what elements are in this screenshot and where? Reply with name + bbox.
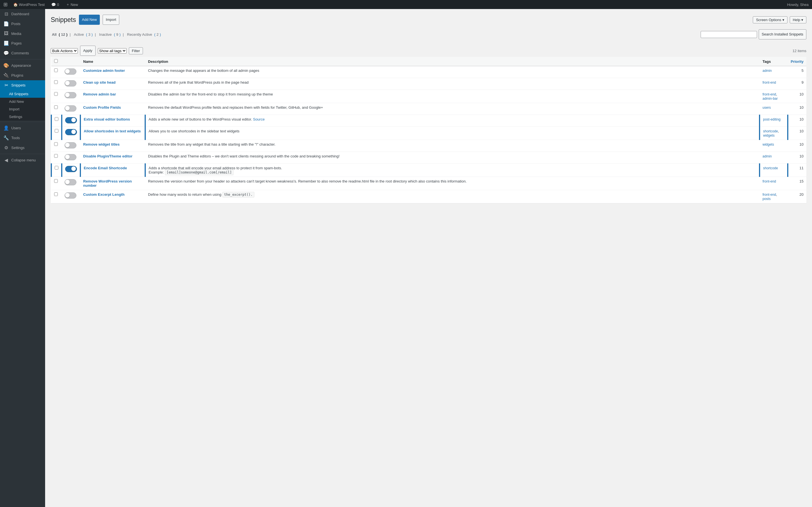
tags-filter-select[interactable]: Show all tags <box>98 48 126 54</box>
tag-link[interactable]: front-end <box>762 80 776 84</box>
adminbar-comments[interactable]: 💬 0 <box>49 0 61 9</box>
submenu-label: Add New <box>9 100 24 104</box>
row-checkbox[interactable] <box>54 92 58 96</box>
sidebar-item-tools[interactable]: 🔧 Tools <box>0 133 45 143</box>
snippet-name-link[interactable]: Encode Email Shortcode <box>84 166 127 170</box>
snippet-name-link[interactable]: Remove widget titles <box>83 142 119 147</box>
snippet-name-link[interactable]: Customize admin footer <box>83 68 125 73</box>
snippet-toggle[interactable] <box>64 179 77 185</box>
snippet-toggle[interactable] <box>64 80 77 87</box>
row-toggle-cell <box>62 127 80 140</box>
row-checkbox[interactable] <box>54 142 58 146</box>
snippet-name-link[interactable]: Custom Excerpt Length <box>83 192 124 196</box>
sidebar-item-dashboard[interactable]: ⊟ Dashboard <box>0 9 45 19</box>
screen-options-button[interactable]: Screen Options ▾ <box>753 16 787 23</box>
search-button[interactable]: Search Installed Snippets <box>759 29 806 40</box>
sidebar-item-plugins[interactable]: 🔌 Plugins <box>0 70 45 80</box>
sidebar-item-snippets[interactable]: ✂ Snippets <box>0 80 45 90</box>
snippet-toggle[interactable] <box>65 129 77 135</box>
help-button[interactable]: Help ▾ <box>790 16 806 23</box>
tag-link[interactable]: shortcode <box>763 166 778 170</box>
snippet-name-link[interactable]: Allow shortcodes in text widgets <box>84 129 141 133</box>
appearance-icon: 🎨 <box>3 63 9 68</box>
sidebar-item-settings[interactable]: ⚙ Settings <box>0 143 45 153</box>
snippet-toggle[interactable] <box>64 105 77 112</box>
collapse-label: Collapse menu <box>11 158 36 162</box>
row-priority-cell: 10 <box>788 140 806 152</box>
bulk-actions-select[interactable]: Bulk Actions <box>51 48 78 54</box>
source-link[interactable]: Source <box>253 117 264 121</box>
collapse-menu-button[interactable]: ◀ Collapse menu <box>0 155 45 165</box>
row-checkbox[interactable] <box>54 105 58 109</box>
tag-link[interactable]: widgets <box>762 143 774 147</box>
row-description-cell: Removes the title from any widget that h… <box>145 140 760 152</box>
snippet-name-link[interactable]: Custom Profile Fields <box>83 105 121 110</box>
row-name-cell: Remove widget titlesEdit | Clone | Expor… <box>80 140 145 152</box>
adminbar-site-name[interactable]: 🏠 WordPress Test <box>11 0 47 9</box>
row-checkbox[interactable] <box>54 80 58 84</box>
snippet-name-link[interactable]: Clean up site head <box>83 80 116 84</box>
tag-link[interactable]: admin <box>762 154 772 158</box>
sidebar-item-snippets-settings[interactable]: Settings <box>0 113 45 121</box>
snippet-name-link[interactable]: Remove WordPress version number <box>83 179 132 187</box>
sidebar-item-all-snippets[interactable]: All Snippets <box>0 90 45 98</box>
row-tags-cell: admin <box>760 152 788 164</box>
search-input[interactable] <box>701 31 757 38</box>
sidebar-item-label: Media <box>11 32 21 36</box>
row-priority-cell: 10 <box>788 103 806 115</box>
filter-recently-active[interactable]: Recently Active (2) <box>126 33 161 37</box>
sidebar-item-media[interactable]: 🖼 Media <box>0 29 45 38</box>
tag-link[interactable]: front-end <box>762 193 776 196</box>
row-checkbox[interactable] <box>55 129 58 133</box>
snippet-toggle[interactable] <box>64 92 77 98</box>
tag-link[interactable]: admin <box>762 69 772 73</box>
snippet-toggle[interactable] <box>64 192 77 199</box>
sidebar-item-pages[interactable]: 📃 Pages <box>0 38 45 48</box>
row-checkbox[interactable] <box>55 166 58 170</box>
sidebar-item-comments[interactable]: 💬 Comments <box>0 48 45 58</box>
row-checkbox[interactable] <box>54 68 58 72</box>
row-checkbox[interactable] <box>54 179 58 183</box>
tag-link[interactable]: shortcode <box>763 129 778 133</box>
snippet-name-link[interactable]: Remove admin bar <box>83 92 116 96</box>
apply-button[interactable]: Apply <box>80 46 96 56</box>
filter-all[interactable]: All (12) <box>51 33 68 37</box>
tag-link[interactable]: admin-bar <box>762 97 777 101</box>
sidebar-item-posts[interactable]: 📄 Posts <box>0 19 45 29</box>
tag-link[interactable]: front-end <box>762 179 776 183</box>
row-toggle-cell <box>62 152 80 164</box>
sidebar-item-import[interactable]: Import <box>0 105 45 113</box>
snippet-toggle[interactable] <box>65 166 77 172</box>
sidebar-item-appearance[interactable]: 🎨 Appearance <box>0 61 45 70</box>
snippet-toggle[interactable] <box>64 68 77 75</box>
select-all-checkbox[interactable] <box>54 59 58 63</box>
tag-link[interactable]: posts <box>762 197 770 201</box>
sidebar-item-users[interactable]: 👤 Users <box>0 123 45 133</box>
table-row: Remove WordPress version numberEdit | Cl… <box>51 177 806 190</box>
snippet-tbody: Customize admin footerEdit | Clone | Exp… <box>51 66 806 203</box>
tag-link[interactable]: post-editing <box>763 117 780 121</box>
tag-link[interactable]: front-end <box>762 93 776 96</box>
import-button[interactable]: Import <box>103 15 119 25</box>
table-row: Disable Plugin/Theme editorEdit | Clone … <box>51 152 806 164</box>
snippet-toggle[interactable] <box>64 154 77 160</box>
wp-logo-icon[interactable]: ⊞ <box>3 1 8 8</box>
add-new-button[interactable]: Add New <box>79 15 100 25</box>
tag-link[interactable]: users <box>762 106 770 110</box>
snippet-name-link[interactable]: Disable Plugin/Theme editor <box>83 154 133 158</box>
row-checkbox[interactable] <box>54 154 58 158</box>
tag-link[interactable]: widgets <box>763 133 774 137</box>
row-checkbox[interactable] <box>55 117 58 121</box>
row-checkbox[interactable] <box>54 192 58 196</box>
row-tags-cell: widgets <box>760 140 788 152</box>
row-name-cell: Custom Profile FieldsEdit | Clone | Expo… <box>80 103 145 115</box>
col-priority[interactable]: Priority <box>788 57 806 66</box>
snippet-name-link[interactable]: Extra visual editor buttons <box>84 117 130 121</box>
snippet-toggle[interactable] <box>65 117 77 123</box>
filter-active[interactable]: Active (3) <box>73 33 94 37</box>
filter-button[interactable]: Filter <box>129 47 143 54</box>
adminbar-new[interactable]: ＋ New <box>64 0 80 9</box>
filter-inactive[interactable]: Inactive (9) <box>98 33 122 37</box>
snippet-toggle[interactable] <box>64 142 77 149</box>
sidebar-item-add-new[interactable]: Add New <box>0 98 45 105</box>
